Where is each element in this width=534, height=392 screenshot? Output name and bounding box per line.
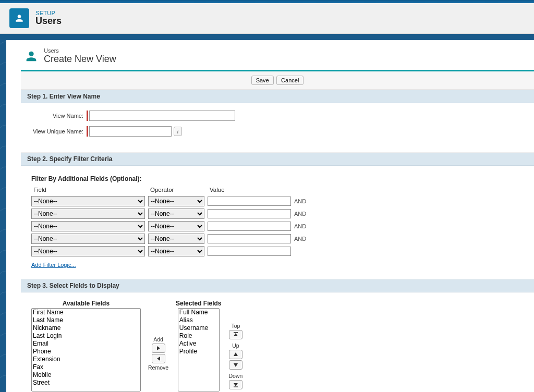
list-item[interactable]: Street [32, 379, 140, 387]
filter-row: --None----None--AND [31, 221, 309, 231]
required-marker [87, 126, 88, 137]
remove-button[interactable] [152, 354, 165, 363]
svg-rect-1 [234, 386, 238, 387]
breadcrumb: Users [44, 47, 116, 54]
filter-row: --None----None--AND [31, 196, 309, 206]
list-item[interactable]: Full Name [178, 309, 219, 316]
header-title: Users [35, 16, 62, 27]
list-item[interactable]: Extension [32, 356, 140, 363]
list-item[interactable]: Role [178, 332, 219, 340]
unique-name-label: View Unique Name: [31, 128, 83, 134]
filter-caption: Filter By Additional Fields (Optional): [31, 175, 524, 182]
and-label: AND [294, 209, 309, 219]
move-down-button[interactable] [229, 360, 242, 370]
bar-up-icon [233, 332, 238, 337]
add-label: Add [153, 336, 163, 342]
available-fields-title: Available Fields [31, 300, 141, 307]
and-label [294, 246, 309, 256]
triangle-down-icon [233, 362, 238, 368]
col-field-header: Field [31, 187, 148, 194]
filter-table: Field Operator Value --None----None--AND… [31, 185, 309, 259]
move-bottom-button[interactable] [229, 380, 242, 389]
unique-name-input[interactable] [89, 126, 172, 137]
add-remove-controls: Add Remove [148, 336, 168, 371]
filter-value-input[interactable] [208, 247, 291, 256]
list-item[interactable]: Active [178, 340, 219, 348]
filter-row: --None----None-- [31, 246, 309, 256]
list-item[interactable]: Last Name [32, 316, 140, 324]
and-label: AND [294, 221, 309, 231]
view-name-label: View Name: [31, 113, 83, 119]
page-title: Create New View [44, 54, 116, 65]
content-wrap: Users Create New View Save Cancel Step 1… [0, 34, 534, 392]
and-label: AND [294, 196, 309, 206]
triangle-left-icon [156, 356, 161, 361]
filter-row: --None----None--AND [31, 234, 309, 244]
filter-operator-select[interactable]: --None-- [148, 234, 204, 244]
filter-field-select[interactable]: --None-- [31, 196, 145, 206]
col-operator-header: Operator [148, 187, 208, 194]
add-filter-logic-link[interactable]: Add Filter Logic... [31, 262, 76, 268]
step3-body: Available Fields First NameLast NameNick… [6, 292, 534, 392]
filter-field-select[interactable]: --None-- [31, 234, 145, 244]
reorder-controls: Top Up Down [228, 321, 242, 389]
required-marker [87, 111, 88, 121]
list-item[interactable]: Nickname [32, 324, 140, 332]
filter-value-input[interactable] [208, 234, 291, 243]
triangle-up-icon [233, 352, 238, 357]
triangle-right-icon [156, 346, 161, 351]
main-panel: Users Create New View Save Cancel Step 1… [6, 40, 534, 392]
col-value-header: Value [208, 187, 294, 194]
action-bar: Save Cancel [21, 71, 534, 90]
filter-value-input[interactable] [208, 197, 291, 206]
filter-operator-select[interactable]: --None-- [148, 221, 204, 231]
info-icon[interactable]: i [174, 127, 182, 136]
selected-fields-title: Selected Fields [176, 300, 221, 307]
move-top-button[interactable] [229, 330, 242, 339]
top-label: Top [231, 323, 240, 329]
filter-field-select[interactable]: --None-- [31, 246, 145, 256]
list-item[interactable]: Alias [178, 316, 219, 324]
list-item[interactable]: Profile [178, 348, 219, 356]
bar-down-icon [233, 382, 238, 387]
add-button[interactable] [152, 344, 165, 353]
selected-fields-list[interactable]: Full NameAliasUsernameRoleActiveProfile [178, 308, 220, 391]
down-label: Down [228, 373, 242, 379]
remove-label: Remove [148, 364, 168, 371]
up-label: Up [232, 342, 239, 349]
list-item[interactable]: Phone [32, 348, 140, 356]
header-text: SETUP Users [35, 10, 62, 27]
view-name-input[interactable] [89, 111, 235, 121]
step1-bar: Step 1. Enter View Name [21, 90, 534, 103]
filter-row: --None----None--AND [31, 209, 309, 219]
filter-value-input[interactable] [208, 222, 291, 231]
step3-bar: Step 3. Select Fields to Display [21, 279, 534, 292]
filter-field-select[interactable]: --None-- [31, 221, 145, 231]
list-item[interactable]: Mobile [32, 371, 140, 379]
and-label: AND [294, 234, 309, 244]
page-head: Users Create New View [6, 40, 534, 70]
move-up-button[interactable] [229, 350, 242, 359]
list-item[interactable]: Last Login [32, 332, 140, 340]
filter-operator-select[interactable]: --None-- [148, 246, 204, 256]
available-fields-list[interactable]: First NameLast NameNicknameLast LoginEma… [31, 308, 141, 391]
step2-bar: Step 2. Specify Filter Criteria [21, 152, 534, 166]
svg-rect-0 [234, 332, 238, 333]
setup-header: SETUP Users [0, 3, 534, 34]
filter-operator-select[interactable]: --None-- [148, 196, 204, 206]
cancel-button[interactable]: Cancel [276, 76, 304, 85]
list-item[interactable]: Username [178, 324, 219, 332]
user-silhouette-icon [24, 49, 39, 64]
step1-body: View Name: View Unique Name: i [6, 103, 534, 152]
list-item[interactable]: Email [32, 340, 140, 348]
filter-field-select[interactable]: --None-- [31, 209, 145, 219]
save-button[interactable]: Save [251, 76, 274, 85]
list-item[interactable]: First Name [32, 309, 140, 316]
list-item[interactable]: Fax [32, 363, 140, 371]
step2-body: Filter By Additional Fields (Optional): … [6, 166, 534, 279]
filter-value-input[interactable] [208, 209, 291, 218]
filter-operator-select[interactable]: --None-- [148, 209, 204, 219]
users-object-icon [9, 8, 29, 28]
